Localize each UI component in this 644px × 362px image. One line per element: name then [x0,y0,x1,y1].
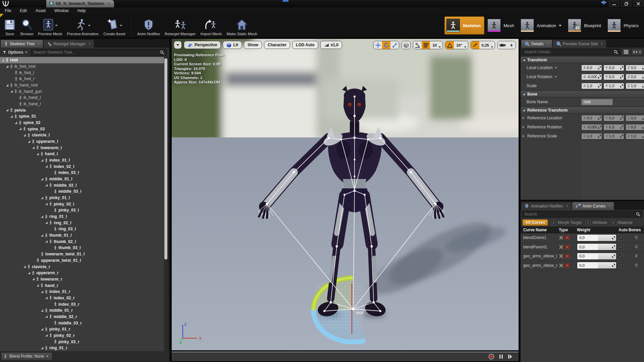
column-bones[interactable]: Bones [629,228,644,232]
asset-tab-close-icon[interactable]: × [108,1,110,6]
expander-open-icon[interactable] [41,291,43,293]
menu-file[interactable]: File [5,8,11,13]
coordinate-system-world-cube-icon[interactable] [402,41,410,49]
bone-row-pelvis[interactable]: pelvis [0,107,164,113]
mode-animation-button[interactable]: Animation [519,16,565,35]
grid-snap-grid-snap-icon[interactable] [422,41,430,49]
tab-close-icon[interactable]: × [38,42,40,46]
asset-tab[interactable]: SK_H_biomech_Skeleton × [46,0,114,7]
bone-row-middle_03_l[interactable]: middle_03_l [0,188,164,195]
tutorial-cap-icon[interactable] [600,0,607,7]
x-value-field[interactable]: X1,0 [581,83,602,89]
bone-row-ik_hand_r[interactable]: ik_hand_r [0,101,164,107]
bone-row-pinky_03_l[interactable]: pinky_03_l [0,207,164,214]
expander-open-icon[interactable] [41,178,43,180]
expander-open-icon[interactable] [10,90,13,93]
blend-profile-button[interactable]: Blend Profile: None [1,352,52,360]
bone-row-hand_l[interactable]: hand_l [0,151,164,157]
menu-asset[interactable]: Asset [36,8,46,13]
weight-spinbox[interactable]: 0,0 [577,234,616,241]
details-tab-details[interactable]: iDetails× [521,40,552,48]
details-searchbox[interactable] [522,49,621,55]
bone-row-pinky_02_l[interactable]: pinky_02_l [0,201,164,207]
all-curves-button[interactable]: All Curves [523,220,548,226]
bone-row-index_02_l[interactable]: index_02_l [0,163,164,170]
viewport-lod-auto-button[interactable]: LOD Auto [292,41,318,49]
grid-snap-surface-snap-icon[interactable] [413,41,422,49]
3d-viewport[interactable]: root Z X Perspective Lit Show Character … [172,39,519,350]
expander-open-icon[interactable] [19,128,21,130]
z-value-field[interactable]: Z0,0 [626,74,644,80]
minimize-button[interactable] [609,1,619,7]
mode-mesh-button[interactable]: Mesh [486,16,518,35]
bone-row-index_01_l[interactable]: index_01_l [0,157,164,164]
transform-tools-scale-icon[interactable] [390,41,399,49]
bone-row-root[interactable]: root [0,57,164,63]
x-value-field[interactable]: X-0,0000 [581,124,602,130]
expander-open-icon[interactable] [23,134,26,136]
bone-row-pinky_01_l[interactable]: pinky_01_l [0,195,164,201]
expander-open-icon[interactable] [45,240,48,243]
retarget-manager-button[interactable]: Retarget Manager [162,15,198,37]
x-value-field[interactable]: X-0,0000 [581,74,602,80]
expander-open-icon[interactable] [15,122,17,124]
filter-morph-target[interactable]: ✓Morph Target [551,220,581,225]
bone-row-index_03_l[interactable]: index_03_l [0,170,164,176]
bone-row-middle_01_l[interactable]: middle_01_l [0,176,164,182]
tab-close-icon[interactable]: × [547,42,549,46]
checkbox[interactable]: ✓ [551,220,556,225]
curve-row-blendParent1[interactable]: blendParent1 0,0 ✓ 0 [521,243,644,252]
expander-open-icon[interactable] [32,146,35,149]
transform-tools-rotate-icon[interactable] [382,41,390,49]
bone-row-ring_02_l[interactable]: ring_02_l [0,220,164,226]
x-value-field[interactable]: X1,0 [581,133,602,139]
pause-button[interactable] [499,354,503,359]
y-value-field[interactable]: Y0,0 [603,124,624,130]
column-auto[interactable]: Auto [619,228,629,232]
tab-close-icon[interactable]: × [601,42,603,46]
display-settings-button[interactable] [631,49,643,55]
filter-attribute[interactable]: ✓Attribute [586,220,607,225]
dropdown-caret-icon[interactable] [120,25,122,26]
auto-checkbox[interactable]: ✓ [619,235,624,240]
save-button[interactable]: Save [1,15,18,37]
menu-window[interactable]: Window [54,8,69,13]
preview-animation-button[interactable]: Preview Animation [65,15,101,37]
curves-searchbox[interactable] [522,211,643,218]
expander-open-icon[interactable] [32,278,35,280]
section-header-transform[interactable]: Transform [521,56,644,63]
bone-row-ik_foot_r[interactable]: ik_foot_r [0,76,164,82]
y-value-field[interactable]: Y1,0 [603,83,624,89]
create-asset-button[interactable]: Create Asset [101,15,128,37]
y-value-field[interactable]: Y0,0 [603,65,624,71]
bone-row-ring_01_r[interactable]: ring_01_r [0,345,164,351]
z-value-field[interactable]: Z0,0 [626,115,644,121]
z-value-field[interactable]: Z0,0 [626,124,644,130]
bone-row-spine_01[interactable]: spine_01 [0,113,164,120]
expander-open-icon[interactable] [41,159,43,162]
skeleton-tree-search-input[interactable] [33,50,160,55]
expander-open-icon[interactable] [37,153,39,155]
bone-row-ik_hand_gun[interactable]: ik_hand_gun [0,88,164,95]
step-forward-button[interactable] [508,354,513,359]
expander-open-icon[interactable] [6,109,8,111]
record-button[interactable] [488,354,494,360]
bone-row-ik_hand_root[interactable]: ik_hand_root [0,82,164,88]
y-value-field[interactable]: Y1,0 [603,133,624,139]
mode-skeleton-button[interactable]: Skeleton [444,16,484,35]
tab-close-icon[interactable]: × [89,42,91,46]
anim-notifies-button[interactable]: Anim Notifies [135,15,162,37]
details-tab-preview-scene-sett[interactable]: iPreview Scene Sett× [553,40,606,48]
expander-open-icon[interactable] [28,272,30,274]
x-value-field[interactable]: X0,0 [581,65,602,71]
viewport-lit-button[interactable]: Lit [223,41,242,49]
bone-row-lowerarm_l[interactable]: lowerarm_l [0,144,164,151]
scale-snap-value[interactable]: 0,25 [479,41,495,49]
bone-row-upperarm_twist_01_l[interactable]: upperarm_twist_01_l [0,257,164,264]
bone-row-index_03_r[interactable]: index_03_r [0,301,164,307]
bone-row-thumb_02_l[interactable]: thumb_02_l [0,238,164,245]
curve-row-blendOrient1[interactable]: blendOrient1 0,0 ✓ 0 [521,233,644,243]
bone-row-ik_foot_root[interactable]: ik_foot_root [0,63,164,70]
left-tab-retarget-manager[interactable]: Retarget Manager× [44,40,94,48]
expander-open-icon[interactable] [45,222,48,224]
